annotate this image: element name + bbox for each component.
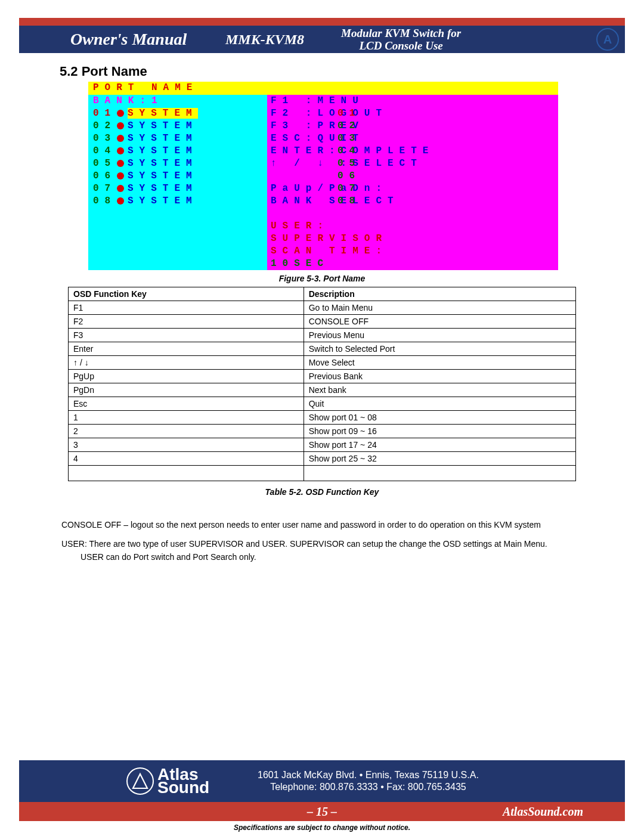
table-row: F3Previous Menu <box>69 329 576 342</box>
table-header-desc: Description <box>304 287 575 301</box>
table-cell-key: Esc <box>69 397 304 411</box>
para-user-line2: USER can do Port switch and Port Search … <box>80 552 256 562</box>
osd-bank: BANK:1 <box>93 95 163 106</box>
osd-hint-line: F2 :LOGOUT <box>271 107 558 120</box>
osd-hint-line: ↑ / ↓ :SELECT <box>271 157 558 170</box>
osd-port-row: 04SYSTEM04 <box>93 145 272 157</box>
table-cell-key: F3 <box>69 329 304 342</box>
table-cell-desc: Show port 01 ~ 08 <box>304 411 575 425</box>
logo-text: AtlasSound <box>157 768 209 794</box>
tagline-line2: LCD Console Use <box>359 39 442 52</box>
footer-navy: AtlasSound 1601 Jack McKay Blvd. • Ennis… <box>19 760 625 802</box>
footer-url: AtlasSound.com <box>503 805 583 819</box>
table-cell-desc: Switch to Selected Port <box>304 342 575 356</box>
table-header-key: OSD Function Key <box>69 287 304 301</box>
para-user-line1: USER: There are two type of user SUPERVI… <box>61 539 547 549</box>
table-row: F2CONSOLE OFF <box>69 315 576 329</box>
table-cell-key: 2 <box>69 425 304 438</box>
table-cell-desc: Previous Menu <box>304 329 575 342</box>
osd-port-row: 08SYSTEM08 <box>93 195 272 208</box>
body-paragraphs: CONSOLE OFF – logout so the next person … <box>61 518 580 563</box>
para-user: USER: There are two type of user SUPERVI… <box>61 537 580 563</box>
osd-hint-line: 10SEC <box>271 258 558 270</box>
osd-hint-line: BANK SELECT <box>271 195 558 208</box>
osd-right-column: F1 :MENUF2 :LOGOUTF3 :PREVESC:QUITENTER:… <box>267 95 558 270</box>
osd-screenshot: PORT NAME BANK:1 01SYSTEM0102SYSTEM0203S… <box>88 82 558 270</box>
table-row: 2Show port 09 ~ 16 <box>69 425 576 438</box>
table-row: F1Go to Main Menu <box>69 301 576 315</box>
logo-icon <box>126 767 154 795</box>
para-console-off: CONSOLE OFF – logout so the next person … <box>61 518 580 531</box>
model-label: MMK-KVM8 <box>225 32 304 48</box>
tagline-line1: Modular KVM Switch for <box>341 27 461 39</box>
svg-marker-0 <box>133 774 147 788</box>
table-cell-desc: Quit <box>304 397 575 411</box>
table-cell-desc: Next bank <box>304 383 575 397</box>
osd-hint-line: USER: <box>271 220 558 233</box>
table-cell-key: ↑ / ↓ <box>69 356 304 370</box>
osd-title: PORT NAME <box>88 82 558 95</box>
logo: AtlasSound <box>126 767 209 795</box>
table-cell-key: 1 <box>69 411 304 425</box>
osd-port-row: 03SYSTEM03 <box>93 132 272 145</box>
osd-port-row: 02SYSTEM02 <box>93 120 272 132</box>
table-cell-desc: Move Select <box>304 356 575 370</box>
page-number: – 15 – <box>307 805 337 819</box>
osd-port-row: 06SYSTEM06 <box>93 170 272 182</box>
osd-port-row: 05SYSTEM05 <box>93 157 272 170</box>
table-row: 1Show port 01 ~ 08 <box>69 411 576 425</box>
brand-icon: A <box>596 28 621 53</box>
table-cell-key: F2 <box>69 315 304 329</box>
table-cell-key: PgUp <box>69 370 304 383</box>
navy-header: Owner's Manual MMK-KVM8 Modular KVM Swit… <box>19 26 625 53</box>
osd-hint-line: F3 :PREV <box>271 120 558 132</box>
addr-line1: 1601 Jack McKay Blvd. • Ennis, Texas 751… <box>258 770 479 780</box>
osd-hint-line <box>271 170 558 182</box>
footer-red: – 15 – AtlasSound.com <box>19 802 625 821</box>
addr-line2: Telephone: 800.876.3333 • Fax: 800.765.3… <box>270 782 466 792</box>
tagline: Modular KVM Switch for LCD Console Use <box>341 27 461 52</box>
osd-hint-line: F1 :MENU <box>271 95 558 107</box>
osd-hint-line: SUPERVISOR <box>271 233 558 245</box>
table-cell-key: 3 <box>69 438 304 452</box>
footer: AtlasSound 1601 Jack McKay Blvd. • Ennis… <box>19 760 625 832</box>
table-cell-desc: CONSOLE OFF <box>304 315 575 329</box>
osd-hint-line <box>271 208 558 220</box>
osd-hint-line: SCAN TIME: <box>271 245 558 258</box>
osd-port-row: 07SYSTEM07 <box>93 182 272 195</box>
osd-function-key-table: OSD Function Key Description F1Go to Mai… <box>68 287 576 481</box>
figure-caption: Figure 5-3. Port Name <box>0 274 644 283</box>
table-cell-key: Enter <box>69 342 304 356</box>
osd-port-row: 01SYSTEM01 <box>93 107 272 120</box>
table-cell-desc: Show port 09 ~ 16 <box>304 425 575 438</box>
osd-hint-line: PaUp/PaDn: <box>271 182 558 195</box>
header-block: Owner's Manual MMK-KVM8 Modular KVM Swit… <box>19 18 625 53</box>
table-cell-desc: Previous Bank <box>304 370 575 383</box>
owners-manual-label: Owner's Manual <box>70 30 187 49</box>
table-cell-desc: Show port 17 ~ 24 <box>304 438 575 452</box>
table-caption: Table 5-2. OSD Function Key <box>0 487 644 497</box>
table-cell-key: F1 <box>69 301 304 315</box>
table-cell-desc: Show port 25 ~ 32 <box>304 452 575 466</box>
table-row-blank <box>69 466 576 481</box>
osd-left-column: BANK:1 01SYSTEM0102SYSTEM0203SYSTEM0304S… <box>88 95 267 270</box>
footer-disclaimer: Specifications are subject to change wit… <box>19 823 625 832</box>
table-row: 3Show port 17 ~ 24 <box>69 438 576 452</box>
section-title: 5.2 Port Name <box>60 64 644 79</box>
footer-address: 1601 Jack McKay Blvd. • Ennis, Texas 751… <box>258 769 479 793</box>
table-row: ↑ / ↓Move Select <box>69 356 576 370</box>
table-row: EscQuit <box>69 397 576 411</box>
osd-hint-line: ESC:QUIT <box>271 132 558 145</box>
table-row: EnterSwitch to Selected Port <box>69 342 576 356</box>
table-row: 4Show port 25 ~ 32 <box>69 452 576 466</box>
table-row: PgDnNext bank <box>69 383 576 397</box>
osd-hint-line: ENTER:COMPLETE <box>271 145 558 157</box>
table-row: PgUpPrevious Bank <box>69 370 576 383</box>
table-cell-desc: Go to Main Menu <box>304 301 575 315</box>
table-cell-key: 4 <box>69 452 304 466</box>
red-stripe <box>19 18 625 26</box>
table-cell-key: PgDn <box>69 383 304 397</box>
